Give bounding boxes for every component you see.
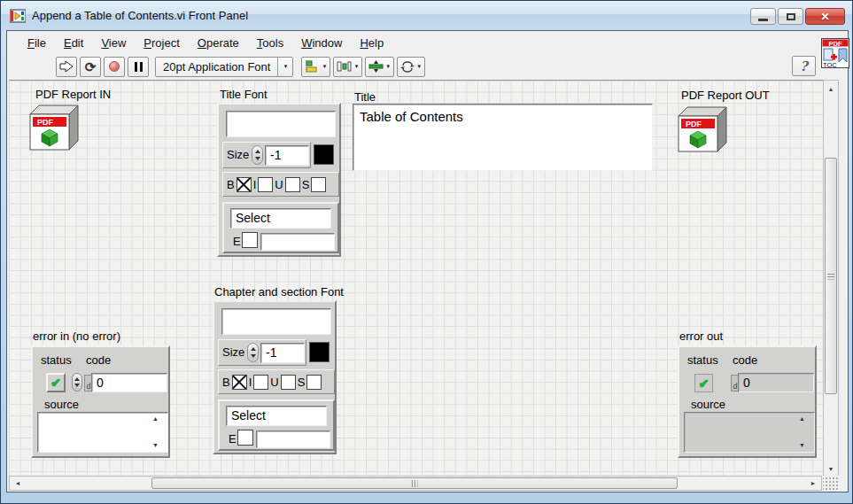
font-selector-arrow[interactable]: ▼ — [277, 58, 292, 76]
chevron-down-icon: ▼ — [283, 64, 288, 69]
source-label: source — [691, 398, 725, 411]
menu-edit[interactable]: Edit — [55, 33, 92, 53]
strikeout-checkbox[interactable] — [306, 375, 322, 390]
size-value-field[interactable]: -1 — [265, 145, 309, 166]
error-in-cluster: status code ✔ d 0 source ▲ ▼ — [31, 345, 170, 458]
front-panel-region: PDF Report IN PDF Title Font Size — [7, 79, 848, 492]
run-continuously-icon: ⟳ — [85, 60, 97, 74]
window-client-area: File Edit View Project Operate Tools Win… — [6, 30, 849, 492]
vi-icon-pdf-toc[interactable]: PDF TOC — [821, 38, 849, 68]
run-button[interactable] — [56, 57, 77, 77]
status-checkbox[interactable]: ✔ — [46, 373, 66, 392]
chapter-font-name-field[interactable] — [221, 308, 331, 335]
svg-text:TOC: TOC — [823, 61, 837, 69]
e-checkbox[interactable] — [237, 430, 253, 446]
pause-button[interactable] — [128, 57, 149, 77]
title-font-name-field[interactable] — [226, 111, 336, 137]
title-string-control[interactable]: Table of Contents — [353, 104, 653, 171]
run-continuously-button[interactable]: ⟳ — [80, 57, 101, 77]
strikeout-checkbox[interactable] — [311, 177, 326, 192]
title-font-label: Title Font — [220, 88, 268, 101]
font-selector[interactable]: 20pt Application Font ▼ — [155, 57, 293, 77]
font-color-box[interactable] — [314, 144, 334, 165]
chapter-font-cluster: Size -1 B I U S — [213, 300, 337, 454]
menu-help[interactable]: Help — [351, 33, 392, 53]
horizontal-scrollbar[interactable]: ◄ ► — [9, 476, 822, 491]
chevron-down-icon: ▼ — [385, 64, 391, 69]
scroll-up-icon[interactable]: ▲ — [799, 415, 805, 422]
menu-project[interactable]: Project — [135, 33, 188, 53]
bold-checkbox[interactable] — [237, 177, 252, 192]
underline-checkbox[interactable] — [281, 375, 296, 390]
underline-label: U — [275, 178, 283, 191]
resize-objects-button[interactable]: ▼ — [365, 57, 394, 77]
code-spinner[interactable] — [72, 373, 82, 392]
horizontal-scrollbar-thumb[interactable] — [151, 477, 678, 489]
menu-file[interactable]: File — [19, 33, 55, 53]
abort-button[interactable] — [104, 57, 125, 77]
e-value-field[interactable] — [260, 233, 335, 251]
pdf-report-out-indicator: PDF — [675, 104, 728, 153]
distribute-objects-icon — [337, 60, 352, 73]
scroll-right-button[interactable]: ► — [807, 477, 819, 490]
toolbar: ⟳ 20pt Application Font ▼ ▼ — [7, 54, 848, 79]
vertical-scrollbar[interactable]: ▲ ▼ — [823, 80, 839, 477]
error-in-label: error in (no error) — [33, 330, 120, 343]
scroll-down-button[interactable]: ▼ — [824, 462, 838, 475]
scroll-up-button[interactable]: ▲ — [824, 82, 838, 95]
scroll-up-icon[interactable]: ▲ — [152, 415, 159, 422]
font-select-dropdown[interactable]: Select — [230, 208, 331, 229]
titlebar: Append a Table of Contents.vi Front Pane… — [1, 1, 852, 30]
italic-checkbox[interactable] — [258, 177, 273, 192]
menu-tools[interactable]: Tools — [248, 33, 292, 53]
font-select-dropdown[interactable]: Select — [226, 406, 327, 426]
scroll-down-icon[interactable]: ▼ — [799, 442, 805, 448]
distribute-objects-button[interactable]: ▼ — [333, 57, 362, 77]
align-objects-button[interactable]: ▼ — [301, 57, 330, 77]
chapter-font-label: Chapter and section Font — [214, 285, 344, 299]
title-font-size-panel: Size -1 — [222, 142, 311, 168]
context-help-button[interactable]: ? — [792, 56, 816, 76]
e-checkbox[interactable] — [242, 232, 258, 248]
italic-checkbox[interactable] — [253, 375, 268, 390]
code-value-field[interactable]: 0 — [91, 373, 167, 392]
menu-operate[interactable]: Operate — [189, 33, 248, 53]
bold-checkbox[interactable] — [232, 375, 247, 390]
vertical-scrollbar-thumb[interactable] — [825, 158, 837, 394]
status-indicator: ✔ — [694, 374, 713, 392]
underline-label: U — [270, 376, 278, 389]
menu-window[interactable]: Window — [292, 33, 351, 53]
e-value-field[interactable] — [256, 430, 330, 448]
code-label: code — [86, 353, 111, 367]
reorder-objects-button[interactable]: ▼ — [397, 57, 425, 77]
code-value-indicator: 0 — [738, 373, 814, 392]
minimize-button[interactable] — [750, 8, 776, 25]
error-out-cluster: status code ✔ d 0 source ▲ ▼ — [678, 345, 817, 458]
chevron-down-icon: ▼ — [353, 64, 359, 69]
close-button[interactable]: ✕ — [805, 8, 845, 25]
e-label: E — [233, 235, 241, 248]
scroll-left-button[interactable]: ◄ — [12, 477, 24, 490]
align-objects-icon — [305, 60, 320, 73]
vi-window-icon — [10, 9, 26, 23]
maximize-button[interactable] — [778, 8, 803, 25]
title-label: Title — [354, 90, 376, 104]
source-indicator — [684, 412, 815, 453]
source-field[interactable] — [37, 412, 168, 453]
font-color-box[interactable] — [309, 342, 330, 362]
minimize-icon — [758, 19, 768, 21]
close-icon: ✕ — [820, 11, 829, 23]
resize-objects-icon — [368, 60, 384, 73]
reorder-objects-icon — [400, 60, 415, 73]
size-value-field[interactable]: -1 — [260, 343, 305, 363]
size-spinner[interactable] — [252, 145, 263, 165]
thumb-grip — [412, 480, 418, 487]
maximize-icon — [787, 13, 795, 20]
title-font-cluster: Size -1 B I U S — [217, 103, 341, 257]
menu-view[interactable]: View — [92, 33, 135, 53]
scroll-down-icon[interactable]: ▼ — [152, 442, 159, 448]
resize-grip[interactable] — [823, 476, 839, 491]
pdf-report-in-control[interactable]: PDF — [27, 102, 80, 151]
size-spinner[interactable] — [247, 343, 259, 362]
underline-checkbox[interactable] — [285, 177, 300, 192]
